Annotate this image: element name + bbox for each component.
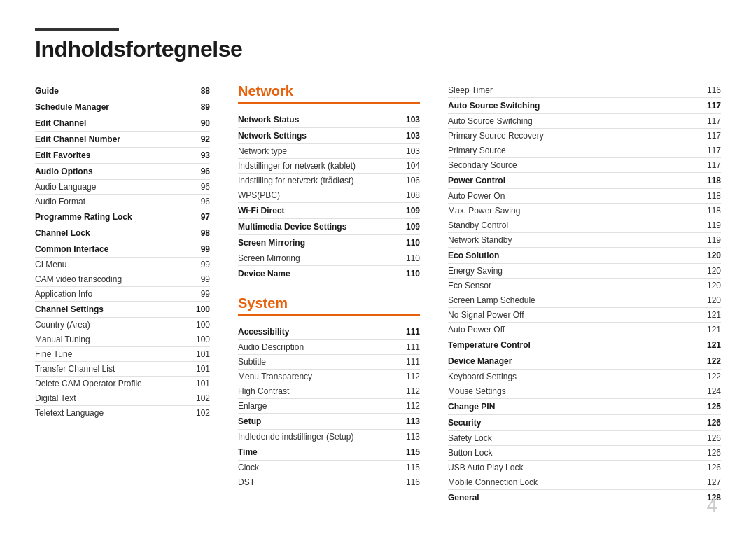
row-page: 110 [399,266,420,282]
row-label: Edit Favorites [35,148,189,164]
row-label: Channel Settings [35,302,189,318]
table-row: Channel Settings 100 [35,302,210,318]
row-page: 102 [189,406,210,421]
table-row: Network type 103 [238,144,420,159]
row-label: Mouse Settings [448,384,700,399]
row-page: 93 [189,148,210,164]
left-column: Guide 88 Schedule Manager 89 Edit Channe… [35,83,231,519]
table-row: Delete CAM Operator Profile 101 [35,377,210,391]
table-row: Auto Power On 118 [448,189,721,204]
row-label: Security [448,415,700,431]
table-row: Subtitle 111 [238,355,420,370]
table-row: Programme Rating Lock 97 [35,209,210,225]
middle-column: Network Network Status 103 Network Setti… [231,83,441,519]
table-row: Channel Lock 98 [35,225,210,241]
row-page: 121 [700,337,721,353]
row-page: 120 [700,293,721,308]
table-row: Indstillinger for netværk (kablet) 104 [238,159,420,174]
row-label: Auto Source Switching [448,114,700,129]
row-page: 127 [700,475,721,490]
table-row: Eco Sensor 120 [448,279,721,293]
row-page: 118 [700,189,721,204]
row-label: Audio Format [35,195,189,209]
right-column: Sleep Timer 116 Auto Source Switching 11… [441,83,721,519]
row-label: Energy Saving [448,264,700,279]
row-label: Network Status [238,112,399,128]
row-page: 117 [700,129,721,143]
table-row: Guide 88 [35,83,210,99]
row-label: Network Settings [238,128,399,144]
table-row: Energy Saving 120 [448,264,721,279]
table-row: Standby Control 119 [448,218,721,233]
row-label: Indstilling for netværk (trådløst) [238,174,399,188]
table-row: WPS(PBC) 108 [238,188,420,203]
table-row: Security 126 [448,415,721,431]
row-page: 116 [700,83,721,98]
table-row: High Contrast 112 [238,384,420,399]
row-page: 126 [700,446,721,461]
row-page: 120 [700,248,721,264]
row-label: Time [238,444,399,461]
row-page: 100 [189,332,210,347]
row-page: 111 [399,355,420,370]
row-label: Wi-Fi Direct [238,203,399,219]
table-row: Screen Lamp Schedule 120 [448,293,721,308]
row-label: Network Standby [448,233,700,248]
table-row: No Signal Power Off 121 [448,308,721,323]
table-row: Indledende indstillinger (Setup) 113 [238,430,420,444]
row-label: Programme Rating Lock [35,209,189,225]
row-page: 88 [189,83,210,99]
row-page: 126 [700,431,721,446]
table-row: Indstilling for netværk (trådløst) 106 [238,174,420,188]
row-label: Auto Source Switching [448,98,700,114]
table-row: Manual Tuning 100 [35,332,210,347]
table-row: Fine Tune 101 [35,347,210,362]
row-page: 115 [399,444,420,461]
row-label: Indledende indstillinger (Setup) [238,430,399,444]
row-label: Delete CAM Operator Profile [35,377,189,391]
row-label: Application Info [35,287,189,302]
table-row: Transfer Channel List 101 [35,362,210,377]
row-label: DST [238,475,399,490]
system-table: Accessibility 111 Audio Description 111 … [238,324,420,489]
row-label: Edit Channel Number [35,132,189,148]
row-label: Subtitle [238,355,399,370]
table-row: Temperature Control 121 [448,337,721,353]
row-page: 97 [189,209,210,225]
row-label: General [448,490,700,506]
row-page: 113 [399,430,420,444]
table-row: Keyboard Settings 122 [448,370,721,384]
table-row: Device Name 110 [238,266,420,282]
page: Indholdsfortegnelse Guide 88 Schedule Ma… [0,0,756,534]
row-page: 115 [399,461,420,475]
table-row: Max. Power Saving 118 [448,204,721,218]
row-page: 103 [399,128,420,144]
row-page: 99 [189,241,210,258]
table-row: Change PIN 125 [448,399,721,415]
table-row: Digital Text 102 [35,391,210,406]
row-label: Network type [238,144,399,159]
row-label: Power Control [448,173,700,189]
row-page: 121 [700,323,721,337]
table-row: Primary Source 117 [448,143,721,158]
table-row: Audio Format 96 [35,195,210,209]
table-row: Mouse Settings 124 [448,384,721,399]
row-page: 113 [399,414,420,430]
row-page: 89 [189,99,210,115]
row-page: 98 [189,225,210,241]
row-page: 111 [399,340,420,355]
row-page: 120 [700,279,721,293]
table-row: Teletext Language 102 [35,406,210,421]
row-page: 117 [700,143,721,158]
table-row: CAM video transcoding 99 [35,272,210,287]
row-label: Device Name [238,266,399,282]
row-page: 125 [700,399,721,415]
row-label: Safety Lock [448,431,700,446]
row-label: Transfer Channel List [35,362,189,377]
table-row: Wi-Fi Direct 109 [238,203,420,219]
row-page: 117 [700,114,721,129]
table-row: USB Auto Play Lock 126 [448,461,721,475]
row-page: 119 [700,218,721,233]
row-label: Audio Description [238,340,399,355]
row-label: Audio Options [35,164,189,180]
